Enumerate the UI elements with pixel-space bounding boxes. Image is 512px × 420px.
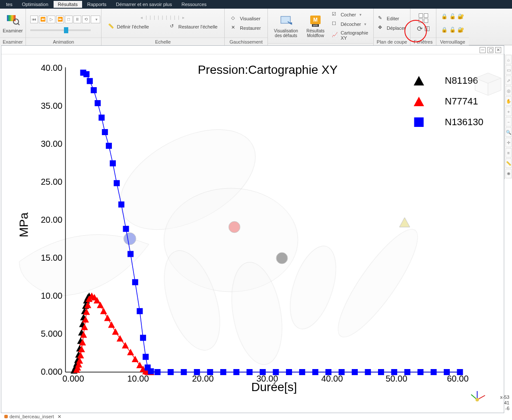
pause-button[interactable]: ⏸ <box>73 16 81 23</box>
y-axis-label: MPa <box>17 212 31 237</box>
svg-rect-44 <box>114 180 120 186</box>
tool-pan-icon[interactable]: ✋ <box>506 96 512 106</box>
svg-text:N136130: N136130 <box>445 117 483 127</box>
legend: N81196 N77741 N136130 <box>414 75 483 127</box>
slider-thumb[interactable] <box>64 27 68 33</box>
menu-tab[interactable]: Démarrer et en savoir plus <box>111 1 176 8</box>
move-icon: ✥ <box>378 25 385 32</box>
svg-rect-62 <box>260 369 266 375</box>
svg-rect-61 <box>247 369 253 375</box>
stop-button[interactable]: □ <box>65 16 73 23</box>
tool-light-icon[interactable]: ✺ <box>506 169 512 178</box>
svg-rect-49 <box>137 308 143 314</box>
lock-icon[interactable]: 🔒 <box>441 27 448 33</box>
view-toolbar: ⌂ ▭ ⬀ ◎ ✋ ＋ － 🔍 ✛ ≡ 📏 ✺ <box>504 54 512 179</box>
restaurer-button[interactable]: ✕Restaurer <box>229 24 262 32</box>
cocher-button[interactable]: ☑Cocher <box>330 10 370 19</box>
svg-point-14 <box>124 233 136 245</box>
cross-icon: ✕ <box>231 25 238 32</box>
play-button[interactable]: ▷ <box>48 16 55 23</box>
sync-icon[interactable]: ⟳ <box>417 25 423 33</box>
svg-rect-43 <box>110 160 116 166</box>
decocher-button[interactable]: ☐Décocher <box>330 20 370 28</box>
next-frame-button[interactable]: ⏩ <box>56 16 64 23</box>
minimize-button[interactable]: ─ <box>480 47 486 53</box>
panel-animation: ⏮ ⏪ ▷ ⏩ □ ⏸ ⟲ Animation <box>26 9 102 45</box>
svg-text:10.00: 10.00 <box>127 374 149 383</box>
menu-tab[interactable]: Ressources <box>177 1 211 8</box>
menu-tab[interactable]: tes <box>2 1 17 8</box>
view-cube-icon[interactable] <box>475 73 501 95</box>
svg-line-2 <box>18 23 19 25</box>
triad-icon <box>471 391 485 401</box>
tool-zoomarea-icon[interactable]: 🔍 <box>506 127 512 137</box>
file-tab[interactable]: demi_berceau_insert ✕ <box>4 413 61 420</box>
tool-measure-icon[interactable]: ≡ <box>506 148 512 158</box>
tool-cursor-icon[interactable]: ⬀ <box>506 76 512 85</box>
svg-rect-77 <box>457 369 463 375</box>
cartographie-xy-button[interactable]: 📈Cartographie XY <box>330 29 370 41</box>
tool-ruler-icon[interactable]: 📏 <box>506 158 512 168</box>
lock-icon[interactable]: 🔓 <box>449 13 456 19</box>
visualisation-defauts-button[interactable]: Visualisation des défauts <box>271 13 301 39</box>
chart-window: ─ ▢ ✕ Pression:Cartographie XY MPa Durée… <box>1 45 504 413</box>
deplacer-button[interactable]: ✥Déplacer <box>376 24 407 32</box>
chart-title: Pression:Cartographie XY <box>198 63 338 76</box>
editer-button[interactable]: ✎Editer <box>376 14 407 23</box>
define-scale-button[interactable]: 📏Définir l'échelle <box>106 22 150 31</box>
menu-tab[interactable]: Optimisation <box>18 1 53 8</box>
lock-icon[interactable]: 🔒 <box>441 13 448 19</box>
moldflow-icon: MMFR <box>308 14 322 28</box>
svg-text:35.00: 35.00 <box>41 101 62 111</box>
animation-slider[interactable] <box>30 29 91 31</box>
ruler-icon: 📏 <box>108 23 115 30</box>
svg-rect-39 <box>95 100 101 106</box>
panel-examiner: Examiner Examiner <box>0 9 26 45</box>
svg-text:N81196: N81196 <box>445 75 478 86</box>
tool-home-icon[interactable]: ⌂ <box>506 55 512 64</box>
panel-title: Gauchissement <box>225 38 267 45</box>
loop-button[interactable]: ⟲ <box>82 16 90 23</box>
close-button[interactable]: ✕ <box>495 47 501 53</box>
svg-rect-37 <box>87 78 93 84</box>
svg-rect-57 <box>194 369 200 375</box>
prev-frame-button[interactable]: ⏪ <box>39 16 47 23</box>
maximize-button[interactable]: ▢ <box>487 47 493 53</box>
lock-icon[interactable]: 🔐 <box>458 13 464 19</box>
tool-zoomin-icon[interactable]: ＋ <box>506 107 512 116</box>
tool-select-icon[interactable]: ▭ <box>506 65 512 75</box>
panel-title: Plan de coupe <box>374 38 410 45</box>
svg-rect-40 <box>99 114 105 120</box>
examiner-button[interactable]: Examiner <box>2 13 23 34</box>
first-frame-button[interactable]: ⏮ <box>30 16 38 23</box>
svg-text:40.00: 40.00 <box>321 374 343 383</box>
svg-rect-80 <box>414 117 424 127</box>
undo-icon: ↺ <box>170 23 177 30</box>
resultats-moldflow-button[interactable]: MMFR Résultats Moldflow <box>304 13 327 39</box>
uncheck-icon: ☐ <box>332 21 339 28</box>
animation-controls: ⏮ ⏪ ▷ ⏩ □ ⏸ ⟲ <box>30 16 100 23</box>
lock-icon[interactable]: 🔓 <box>449 27 456 33</box>
lock-icon[interactable]: 🔐 <box>458 27 464 33</box>
tool-zoomout-icon[interactable]: － <box>506 117 512 126</box>
svg-rect-56 <box>181 369 187 375</box>
tool-center-icon[interactable]: ✛ <box>506 138 512 147</box>
tool-orbit-icon[interactable]: ◎ <box>506 86 512 95</box>
svg-rect-66 <box>312 369 318 375</box>
svg-rect-75 <box>431 369 437 375</box>
menu-tab[interactable]: Rapports <box>83 1 111 8</box>
anim-dropdown[interactable] <box>91 16 100 23</box>
examiner-label: Examiner <box>3 28 22 33</box>
y-ticks: 0.000 5.000 10.00 15.00 20.00 25.00 30.0… <box>41 63 62 376</box>
svg-text:30.00: 30.00 <box>256 374 278 383</box>
visualiser-button[interactable]: ◇Visualiser <box>229 14 262 23</box>
panel-plan-coupe: ✎Editer ✥Déplacer Plan de coupe <box>374 9 410 45</box>
restore-scale-button[interactable]: ↺Restaurer l'échelle <box>168 22 219 31</box>
svg-rect-51 <box>143 354 149 360</box>
svg-rect-58 <box>207 369 213 375</box>
close-tab-button[interactable]: ✕ <box>57 414 61 420</box>
split-icon[interactable]: ◫ <box>424 25 430 33</box>
window-layout-icon[interactable] <box>419 13 428 23</box>
ribbon: Examiner Examiner ⏮ ⏪ ▷ ⏩ □ ⏸ ⟲ Animatio… <box>0 9 512 45</box>
menu-tab[interactable]: Résultats <box>54 1 82 8</box>
